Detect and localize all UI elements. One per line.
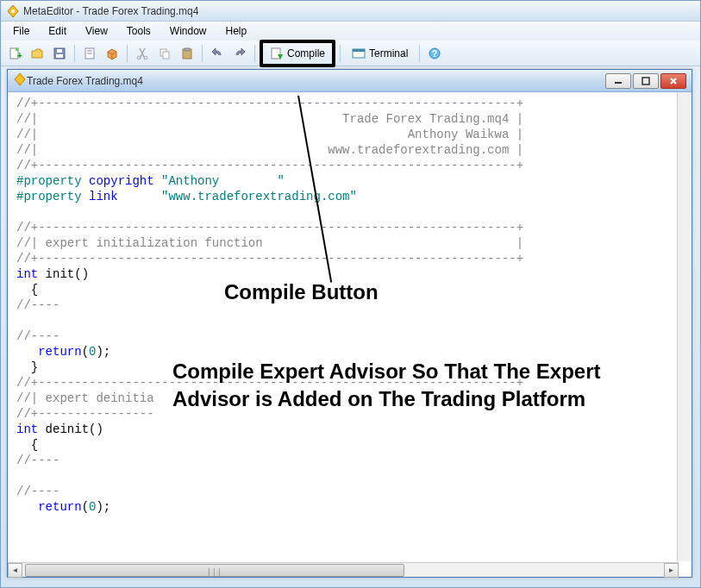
svg-rect-20 <box>353 49 365 52</box>
compile-button[interactable]: Compile <box>260 40 335 67</box>
code-editor[interactable]: //+-------------------------------------… <box>8 92 692 561</box>
svg-rect-6 <box>56 54 63 58</box>
app-icon <box>6 4 20 18</box>
menu-window[interactable]: Window <box>161 23 216 39</box>
terminal-label: Terminal <box>369 47 408 59</box>
undo-button[interactable] <box>207 43 228 64</box>
window-controls <box>605 73 686 89</box>
minimize-button[interactable] <box>605 73 631 89</box>
separator <box>127 45 128 62</box>
separator <box>74 45 75 62</box>
save-button[interactable] <box>49 43 70 64</box>
separator <box>202 45 203 62</box>
editor-titlebar: Trade Forex Trading.mq4 <box>8 70 692 92</box>
open-file-button[interactable] <box>27 43 47 64</box>
close-button[interactable] <box>660 73 686 89</box>
svg-text:+: + <box>17 51 22 60</box>
svg-point-1 <box>11 9 15 13</box>
compile-label: Compile <box>287 47 325 59</box>
box-button[interactable] <box>102 43 122 64</box>
menubar: File Edit View Tools Window Help <box>1 22 700 41</box>
file-icon <box>13 72 27 89</box>
separator <box>340 45 341 62</box>
menu-file[interactable]: File <box>4 23 38 39</box>
help-button[interactable]: ? <box>424 43 445 64</box>
terminal-button[interactable]: Terminal <box>345 43 415 64</box>
titlebar: MetaEditor - Trade Forex Trading.mq4 <box>1 1 700 22</box>
menu-edit[interactable]: Edit <box>40 23 75 39</box>
terminal-icon <box>352 47 366 60</box>
vertical-scrollbar[interactable] <box>677 92 692 561</box>
redo-button[interactable] <box>229 43 250 64</box>
svg-marker-23 <box>15 73 25 85</box>
svg-text:?: ? <box>432 49 437 59</box>
svg-rect-16 <box>185 48 190 51</box>
separator <box>254 45 255 62</box>
paste-button[interactable] <box>177 43 197 64</box>
toolbar: + Compile Terminal ? <box>1 41 700 66</box>
svg-rect-17 <box>272 48 280 59</box>
copy-button[interactable] <box>154 43 175 64</box>
editor-window: Trade Forex Trading.mq4 //+-------------… <box>7 69 692 578</box>
maximize-button[interactable] <box>633 73 659 89</box>
scroll-thumb[interactable]: ∣∣∣ <box>25 564 404 577</box>
app-title: MetaEditor - Trade Forex Trading.mq4 <box>23 5 198 17</box>
menu-view[interactable]: View <box>77 23 116 39</box>
book-button[interactable] <box>79 43 100 64</box>
editor-title: Trade Forex Trading.mq4 <box>27 75 605 87</box>
menu-tools[interactable]: Tools <box>118 23 160 39</box>
scroll-left-button[interactable]: ◄ <box>8 563 22 578</box>
svg-rect-14 <box>163 52 169 59</box>
svg-rect-7 <box>57 49 62 53</box>
annotation-label: Compile Button <box>224 280 379 304</box>
cut-button[interactable] <box>132 43 153 64</box>
separator <box>419 45 420 62</box>
svg-rect-25 <box>642 78 649 84</box>
menu-help[interactable]: Help <box>217 23 256 39</box>
compile-icon <box>270 47 284 60</box>
annotation-text: Compile Expert Advisor So That The Exper… <box>172 358 604 413</box>
new-file-button[interactable]: + <box>4 43 25 64</box>
scroll-right-button[interactable]: ► <box>664 563 679 578</box>
horizontal-scrollbar[interactable]: ◄ ∣∣∣ ► <box>8 562 679 577</box>
